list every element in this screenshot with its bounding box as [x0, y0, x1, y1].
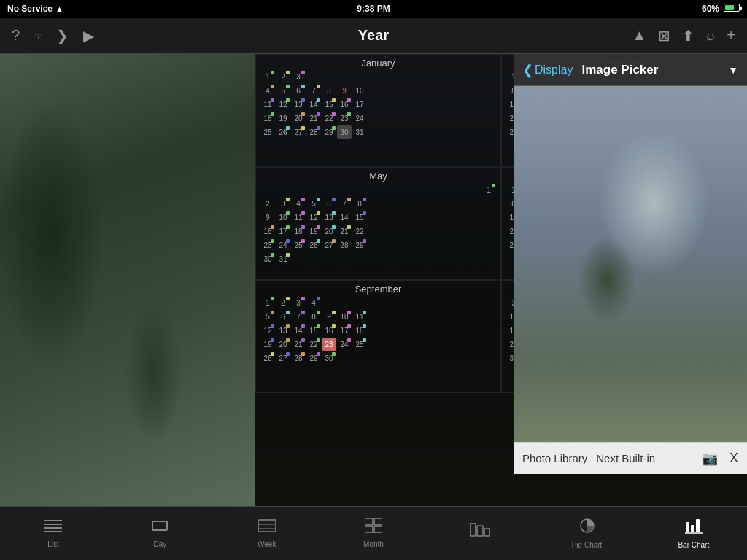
image-picker-header: ❮ Display Image Picker ▼: [514, 54, 747, 86]
next-builtin-text[interactable]: Next Built-in: [596, 452, 655, 464]
svg-rect-28: [691, 525, 694, 532]
tab-list[interactable]: List: [0, 513, 107, 554]
svg-marker-8: [737, 329, 747, 378]
tab-bar-chart[interactable]: Bar Chart: [640, 512, 747, 555]
svg-point-10: [621, 392, 718, 440]
calendar-grid-icon[interactable]: ⊠: [658, 27, 670, 44]
forward-small-icon[interactable]: ❯: [56, 27, 69, 44]
list-tab-label: List: [47, 540, 59, 548]
svg-rect-13: [44, 527, 62, 529]
toolbar-right: ▲ ⊠ ⬆ ⌕ +: [632, 27, 735, 44]
january-grid: 1 2 3 4 5 6 7 8 9 10 11 12 13 14: [260, 70, 496, 139]
svg-marker-3: [533, 183, 572, 241]
wifi-icon: ▲: [55, 4, 63, 13]
bar-chart-tab-icon: [685, 518, 703, 538]
bar-chart-tab-label: Bar Chart: [678, 541, 709, 549]
svg-rect-14: [44, 531, 62, 532]
week-tab-label: Week: [258, 540, 276, 548]
month-name-september: September: [260, 284, 496, 295]
add-icon[interactable]: +: [727, 27, 735, 44]
september-grid: 1 2 3 4 5 6 7 8 9 10 11 12 13 14: [260, 296, 496, 365]
svg-rect-25: [484, 529, 490, 536]
top-toolbar: ? ⩦ ❯ ▶ Year ▲ ⊠ ⬆ ⌕ +: [0, 18, 747, 54]
svg-rect-15: [152, 521, 167, 530]
month-tab-label: Month: [363, 540, 384, 548]
status-time: 9:38 PM: [357, 4, 390, 14]
battery-percent: 60%: [702, 4, 719, 14]
unknown-tab-icon: [470, 523, 490, 542]
tab-day[interactable]: Day: [107, 513, 213, 554]
picker-title: Image Picker: [581, 63, 658, 77]
help-icon[interactable]: ?: [12, 27, 20, 44]
pie-chart-tab-label: Pie Chart: [572, 541, 603, 549]
display-back-label: Display: [535, 63, 573, 77]
svg-rect-21: [365, 526, 373, 533]
month-january: January 1 2 3 4 5 6 7 8 9 10 11: [255, 54, 501, 167]
back-button[interactable]: ❮ Display: [522, 62, 573, 78]
tab-pie-chart[interactable]: Pie Chart: [533, 512, 640, 555]
close-button[interactable]: X: [729, 451, 738, 466]
svg-rect-27: [686, 522, 689, 532]
day-tab-label: Day: [154, 540, 167, 548]
chevron-left-icon: ❮: [522, 62, 533, 78]
svg-rect-20: [374, 518, 382, 525]
pie-chart-tab-icon: [579, 518, 595, 538]
tab-unknown[interactable]: [427, 517, 533, 551]
battery-icon: [724, 4, 740, 14]
svg-rect-16: [258, 520, 276, 532]
month-september: September 1 2 3 4 5 6 7 8 9 10 11: [255, 280, 501, 393]
status-bar: No Service ▲ 9:38 PM 60%: [0, 0, 747, 18]
svg-rect-11: [44, 520, 62, 521]
picker-image: [514, 86, 747, 474]
photo-library-bar: Photo Library Next Built-in 📷 X: [514, 442, 747, 474]
toolbar-left: ? ⩦ ❯ ▶: [12, 27, 94, 44]
picker-dropdown-icon[interactable]: ▼: [728, 64, 738, 76]
image-picker-panel: ❮ Display Image Picker ▼: [514, 54, 747, 506]
left-background: [0, 54, 255, 506]
no-service-text: No Service: [7, 4, 53, 14]
svg-marker-1: [514, 163, 747, 474]
month-may: May 1 2 3 4 5 6 7 8 9 10 11: [255, 167, 501, 280]
play-icon[interactable]: ▶: [83, 27, 94, 44]
day-tab-icon: [151, 518, 169, 537]
status-right: 60%: [702, 4, 740, 14]
mountain-image: [514, 86, 747, 474]
month-name-may: May: [260, 171, 496, 182]
month-tab-icon: [365, 518, 382, 537]
avatar-icon[interactable]: ▲: [632, 27, 647, 44]
grid-icon[interactable]: ⩦: [34, 27, 42, 44]
svg-rect-22: [374, 526, 382, 533]
svg-rect-29: [696, 519, 700, 532]
tab-month[interactable]: Month: [320, 513, 427, 554]
background-area: January 1 2 3 4 5 6 7 8 9 10 11: [0, 54, 747, 506]
tab-week[interactable]: Week: [214, 513, 320, 554]
left-panel: [0, 54, 255, 506]
svg-rect-23: [470, 523, 476, 536]
svg-rect-12: [44, 524, 62, 525]
week-tab-icon: [258, 518, 276, 537]
svg-rect-19: [365, 518, 373, 525]
svg-rect-0: [514, 86, 747, 474]
status-left: No Service ▲: [7, 4, 63, 14]
search-icon[interactable]: ⌕: [706, 27, 715, 44]
list-tab-icon: [44, 518, 62, 537]
share-icon[interactable]: ⬆: [682, 27, 694, 44]
may-grid: 1 2 3 4 5 6 7 8 9 10 11 12 13 14: [260, 183, 496, 265]
bottom-tabbar: List Day Week Month: [0, 506, 747, 560]
svg-marker-2: [514, 203, 747, 474]
page-title: Year: [358, 27, 389, 44]
image-picker-content: [514, 86, 747, 474]
photo-library-text[interactable]: Photo Library: [522, 452, 587, 464]
camera-icon[interactable]: 📷: [702, 451, 718, 467]
svg-marker-4: [689, 163, 727, 222]
svg-rect-24: [477, 526, 483, 536]
svg-point-9: [533, 386, 611, 425]
month-name-january: January: [260, 58, 496, 69]
